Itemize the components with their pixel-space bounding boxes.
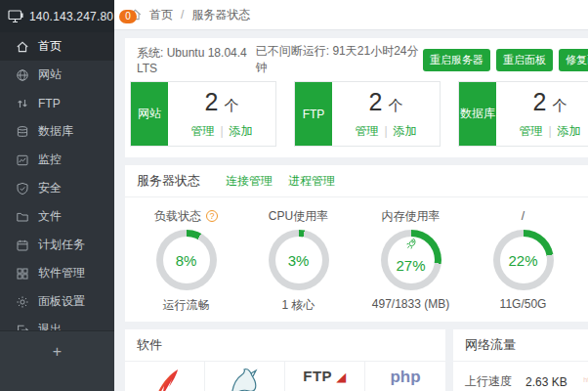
topbar: 140.143.247.80 0 — [0, 0, 114, 32]
cpu-gauge-label: CPU使用率 — [269, 207, 328, 225]
cpu-gauge-ring[interactable]: 3% — [269, 230, 329, 290]
sidebar-item-security[interactable]: 安全 — [0, 174, 114, 202]
cpu-cores-text: 1 核心 — [281, 297, 315, 314]
sidebar-item-home[interactable]: 首页 — [0, 32, 114, 61]
sidebar-item-ftp[interactable]: FTP — [0, 89, 114, 117]
breadcrumb-home-link[interactable]: 首页 — [149, 7, 173, 23]
website-card-tag[interactable]: 网站 — [131, 82, 168, 146]
website-count: 2个 — [205, 89, 239, 118]
database-icon — [16, 125, 29, 139]
website-card: 网站 2个 管理|添加 — [130, 81, 276, 147]
breadcrumb-current: 服务器状态 — [191, 7, 250, 23]
database-add-link[interactable]: 添加 — [558, 124, 581, 138]
system-version: 系统: Ubuntu 18.04.4 LTS — [137, 45, 256, 75]
monitor-chart-icon — [16, 153, 29, 167]
home-icon — [16, 40, 29, 54]
sidebar-item-software[interactable]: 软件管理 — [0, 259, 114, 287]
database-manage-link[interactable]: 管理 — [519, 124, 542, 138]
server-ip: 140.143.247.80 — [29, 10, 113, 23]
restart-panel-button[interactable]: 重启面板 — [496, 49, 553, 71]
disk-gauge-label: / — [522, 207, 525, 225]
software-row: FTP ◢ php — [125, 362, 445, 391]
system-info-row: 系统: Ubuntu 18.04.4 LTS 已不间断运行: 91天21小时24… — [125, 38, 588, 81]
network-panel: 网络流量 上行速度 2.63 KB https://blog.csdn.net — [453, 329, 588, 391]
repair-panel-button[interactable]: 修复面板 — [559, 49, 588, 71]
sidebar-item-monitor[interactable]: 监控 — [0, 146, 114, 174]
message-count-badge[interactable]: 0 — [119, 10, 137, 23]
pureftpd-logo: FTP ◢ — [303, 368, 346, 391]
software-item-apache[interactable] — [125, 362, 205, 391]
shield-icon — [16, 182, 29, 196]
apache-feather-icon — [148, 368, 182, 391]
server-status-panel: 服务器状态 连接管理 进程管理 负载状态 ? 8% 运行流畅 CPU使用率 3% — [125, 165, 588, 322]
ftp-count: 2个 — [369, 89, 403, 118]
load-gauge-label: 负载状态 ? — [154, 207, 218, 225]
process-manage-link[interactable]: 进程管理 — [288, 173, 335, 190]
watermark-text: https://blog.csdn.net — [583, 376, 588, 383]
ftp-manage-link[interactable]: 管理 — [355, 124, 378, 138]
gear-icon — [16, 295, 29, 309]
upload-speed-label: 上行速度 — [465, 373, 512, 390]
overview-panel: 系统: Ubuntu 18.04.4 LTS 已不间断运行: 91天21小时24… — [125, 38, 588, 157]
memory-gauge-label: 内存使用率 — [382, 207, 441, 225]
upload-speed-value: 2.63 KB — [525, 375, 567, 389]
folder-icon — [16, 210, 29, 224]
software-panel: 软件 FTP ◢ php — [125, 329, 445, 391]
cpu-percent: 3% — [269, 230, 329, 290]
globe-icon — [16, 68, 29, 82]
cpu-gauge: CPU使用率 3% 1 核心 — [242, 207, 355, 314]
software-item-ftp[interactable]: FTP ◢ — [285, 362, 365, 391]
uptime-text: 已不间断运行: 91天21小时24分钟 — [256, 43, 423, 76]
main-content: 首页 / 服务器状态 系统: Ubuntu 18.04.4 LTS 已不间断运行… — [114, 0, 588, 391]
memory-usage-text: 497/1833 (MB) — [372, 297, 449, 311]
website-add-link[interactable]: 添加 — [230, 124, 253, 138]
memory-percent: 27% — [381, 230, 441, 290]
restart-server-button[interactable]: 重启服务器 — [423, 49, 490, 71]
database-card: 数据库 2个 管理|添加 — [458, 81, 588, 147]
server-monitor-icon — [8, 9, 23, 23]
calendar-icon — [16, 239, 29, 252]
load-gauge: 负载状态 ? 8% 运行流畅 — [130, 207, 242, 314]
memory-gauge-ring[interactable]: 27% — [381, 230, 441, 290]
software-header: 软件 — [125, 329, 445, 362]
grid-icon — [16, 267, 29, 281]
software-title: 软件 — [137, 336, 162, 354]
gauges-row: 负载状态 ? 8% 运行流畅 CPU使用率 3% 1 核心 内存使用率 — [125, 197, 588, 314]
sidebar-item-files[interactable]: 文件 — [0, 202, 114, 231]
ftp-card: FTP 2个 管理|添加 — [294, 81, 441, 147]
database-count: 2个 — [533, 89, 567, 118]
memory-gauge: 内存使用率 27% 497/1833 (MB) — [355, 207, 467, 314]
sidebar-item-database[interactable]: 数据库 — [0, 117, 114, 146]
website-manage-link[interactable]: 管理 — [190, 124, 214, 138]
network-title: 网络流量 — [465, 336, 516, 354]
software-item-mysql[interactable] — [205, 362, 285, 391]
add-menu-button[interactable]: + — [53, 343, 62, 361]
stat-cards-row: 网站 2个 管理|添加 FTP 2个 管理|添加 数据库 — [125, 81, 588, 147]
upload-speed-row: 上行速度 2.63 KB — [453, 362, 588, 390]
sidebar-item-cron[interactable]: 计划任务 — [0, 231, 114, 259]
mysql-dolphin-icon — [228, 368, 263, 391]
sidebar-footer: + — [0, 330, 114, 391]
software-item-php[interactable]: php — [365, 362, 445, 391]
disk-gauge: / 22% 11G/50G — [467, 207, 579, 314]
load-status-text: 运行流畅 — [163, 297, 210, 314]
server-status-header: 服务器状态 连接管理 进程管理 — [125, 165, 588, 197]
ftp-add-link[interactable]: 添加 — [394, 124, 417, 138]
server-status-title: 服务器状态 — [137, 172, 200, 190]
load-gauge-ring[interactable]: 8% — [156, 230, 217, 290]
disk-gauge-ring[interactable]: 22% — [493, 230, 554, 290]
database-card-tag[interactable]: 数据库 — [459, 82, 496, 146]
sidebar: 首页 网站 FTP 数据库 监控 安全 文件 计划任务 软件管理 面板设置 退出 — [0, 32, 114, 391]
disk-usage-text: 11G/50G — [500, 297, 547, 311]
breadcrumb-separator: / — [181, 8, 184, 22]
ftp-card-tag[interactable]: FTP — [295, 82, 332, 146]
sidebar-item-website[interactable]: 网站 — [0, 61, 114, 89]
php-logo: php — [390, 368, 420, 391]
network-header: 网络流量 — [453, 329, 588, 362]
load-help-icon[interactable]: ? — [206, 210, 218, 222]
sidebar-item-settings[interactable]: 面板设置 — [0, 287, 114, 316]
load-percent: 8% — [156, 230, 217, 290]
disk-percent: 22% — [493, 230, 554, 290]
transfer-icon — [16, 97, 29, 110]
connection-manage-link[interactable]: 连接管理 — [226, 173, 273, 190]
